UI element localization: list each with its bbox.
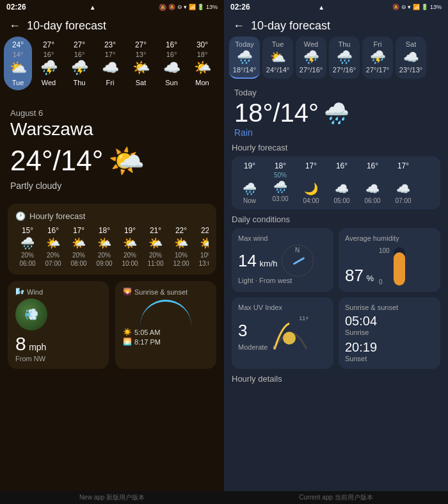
right-status-bar: 02:26 ▲ 🔕 ⊖ ▾ 📶 🔋 13% — [224, 0, 448, 14]
forecast-day-fri[interactable]: 23° 17° ☁️ Fri — [96, 37, 124, 90]
h-pct: 20% — [124, 252, 136, 259]
h-pct: 20% — [149, 252, 162, 259]
day-low: 14° — [13, 51, 24, 58]
rhi-0500: 16° ☁️ 05:00 — [328, 161, 356, 204]
h-icon: 🌤️ — [200, 236, 209, 250]
day-label: Thu — [74, 79, 86, 86]
max-wind-title: Max wind — [238, 234, 327, 242]
day-low: 17° — [105, 51, 116, 58]
h-time: 12:00 — [173, 260, 189, 267]
rfd-wed[interactable]: Wed ⛈️ 27°/16° — [296, 37, 326, 79]
h-max-label: 100 — [379, 247, 390, 254]
right-title: 10-day forecast — [251, 19, 330, 33]
wind-value-group: 14 km/h — [238, 251, 278, 271]
rhi-time: Now — [243, 197, 256, 204]
forecast-day-sun[interactable]: 16° 16° ☁️ Sun — [157, 37, 186, 90]
left-hourly-box: 🕐 Hourly forecast 15° 🌧️ 20% 06:00 16° 🌤… — [8, 204, 216, 275]
rfd-temps: 23°/13° — [399, 66, 422, 74]
rhi-time: 04:00 — [303, 197, 319, 204]
day-low: 16° — [74, 51, 85, 58]
h-time: 11:00 — [147, 260, 163, 267]
left-hourly-row: 15° 🌧️ 20% 06:00 16° 🌤️ 20% 07:00 17° 🌤️… — [15, 226, 209, 267]
h-pct: 10% — [200, 252, 209, 259]
right-hourly-title: Hourly forecast — [232, 143, 440, 152]
day-icon: 🌤️ — [132, 60, 150, 76]
rfd-temps: 27°/16° — [300, 66, 323, 74]
uv-max-label: 11+ — [299, 315, 308, 321]
h-icon: 🌤️ — [46, 236, 60, 250]
humidity-fill — [394, 252, 405, 286]
rfd-sat[interactable]: Sat ☁️ 23°/13° — [396, 37, 426, 79]
hourly-item: 16° 🌤️ 20% 07:00 — [41, 226, 65, 267]
today-temp-row: 24°/14° 🌤️ — [10, 143, 214, 178]
compass-n: N — [295, 247, 300, 254]
today-date: August 6 — [10, 108, 214, 118]
forecast-day-mon[interactable]: 30° 18° 🌤️ Mon — [188, 37, 216, 90]
rfd-tue[interactable]: Tue ⛅ 24°/14° — [262, 37, 293, 79]
rfd-thu[interactable]: Thu 🌧️ 27°/16° — [329, 37, 360, 79]
hourly-item: 18° 🌤️ 20% 09:00 — [92, 226, 116, 267]
rhi-time: 03:00 — [272, 195, 288, 202]
wind-unit: mph — [29, 342, 46, 352]
day-low: 16° — [166, 51, 177, 58]
rfd-fri[interactable]: Fri ⛈️ 27°/17° — [362, 37, 393, 79]
h-temp: 15° — [22, 226, 33, 235]
rhi-icon: ☁️ — [365, 182, 380, 196]
forecast-day-sat[interactable]: 27° 13° 🌤️ Sat — [127, 37, 155, 90]
battery-icon: 🔕 ⊖ ▾ 📶 🔋 13% — [168, 4, 218, 10]
rhi-0600: 16° ☁️ 06:00 — [358, 161, 387, 204]
rhi-temp: 16° — [367, 161, 378, 170]
day-high: 27° — [135, 40, 147, 49]
right-sunrise-card: Sunrise & sunset 05:04 Sunrise 20:19 Sun… — [339, 297, 440, 369]
h-temp: 17° — [73, 226, 84, 235]
wind-unit: km/h — [259, 259, 277, 268]
rhi-icon: 🌙 — [304, 182, 318, 196]
rhi-0300: 18° 50% 🌧️ 03:00 — [266, 161, 294, 204]
day-label: Mon — [195, 79, 209, 86]
sunrise-time: 05:04 — [345, 314, 434, 329]
h-temp: 22° — [201, 226, 209, 235]
rhi-icon: ☁️ — [396, 182, 410, 196]
sunset-time-block: 20:19 Sunset — [345, 340, 434, 362]
wind-direction: From NW — [15, 355, 101, 362]
h-pct: 20% — [72, 252, 85, 259]
day-high: 23° — [104, 40, 116, 49]
forecast-day-tue[interactable]: 24° 14° ⛅ Tue — [4, 37, 32, 90]
day-icon: ☁️ — [163, 60, 180, 76]
rfd-icon: ⛈️ — [303, 49, 319, 65]
rhi-temp: 17° — [305, 161, 317, 170]
h-pct: 20% — [98, 252, 111, 259]
h-time: 06:00 — [19, 260, 35, 267]
signal-icon: 🔕 ⊖ ▾ 📶 🔋 13% — [392, 4, 442, 10]
rfd-temps: 18°/14° — [233, 66, 256, 74]
sunset-icon: 🌅 — [123, 337, 132, 346]
rhi-pct: 50% — [274, 172, 287, 179]
rfd-icon: ⛈️ — [370, 49, 386, 65]
uv-content: 3 Moderate 11+ 0 — [238, 314, 327, 352]
rhi-0400: 17° 🌙 04:00 — [297, 161, 325, 204]
h-time: 08:00 — [70, 260, 86, 267]
hourly-item: 15° 🌧️ 20% 06:00 — [15, 226, 40, 267]
right-time: 02:26 — [230, 3, 250, 12]
sun-icon: ☀️ — [123, 328, 132, 336]
forecast-day-wed[interactable]: 27° 16° ⛈️ Wed — [35, 37, 63, 90]
clock-icon: 🕐 — [15, 211, 26, 221]
hourly-details-title: Hourly details — [232, 374, 440, 384]
rhi-time: 06:00 — [364, 197, 380, 204]
sunrise-arc — [140, 300, 191, 325]
day-icon: ☁️ — [102, 60, 119, 76]
rhi-temp: 19° — [244, 161, 255, 170]
rhi-temp: 17° — [397, 161, 409, 170]
left-back-button[interactable]: ← — [9, 19, 20, 33]
hourly-item: 21° 🌤️ 20% 11:00 — [143, 226, 168, 267]
rfd-today[interactable]: Today 🌧️ 18°/14° — [229, 37, 260, 79]
right-back-button[interactable]: ← — [233, 19, 244, 33]
rhi-0700: 17° ☁️ 07:00 — [389, 161, 417, 204]
city-name: Warszawa — [10, 119, 214, 140]
rhi-icon: 🌧️ — [243, 182, 257, 196]
left-today-section: August 6 Warszawa 24°/14° 🌤️ Partly clou… — [0, 95, 224, 197]
day-low: 18° — [197, 51, 208, 58]
h-time: 13:00 — [198, 260, 209, 267]
forecast-day-thu[interactable]: 27° 16° ⛈️ Thu — [65, 37, 93, 90]
hourly-item: 19° 🌤️ 20% 10:00 — [118, 226, 142, 267]
